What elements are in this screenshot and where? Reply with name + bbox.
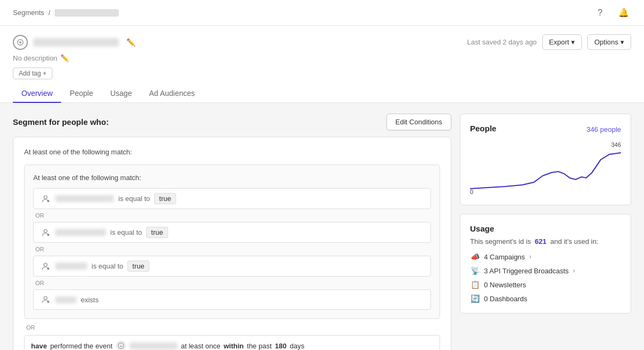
svg-point-2 (47, 200, 49, 202)
svg-point-4 (47, 234, 49, 236)
people-card: People 346 people 346 0 (460, 114, 631, 205)
tab-overview[interactable]: Overview (13, 85, 61, 103)
segment-name (33, 38, 119, 47)
breadcrumb-segments[interactable]: Segments (13, 9, 44, 17)
chart-area: 346 0 (470, 142, 621, 195)
svg-point-1 (44, 196, 47, 199)
people-card-title: People (470, 124, 496, 133)
help-icon[interactable]: ? (593, 5, 608, 20)
right-panel: People 346 people 346 0 Usage This segme… (460, 114, 631, 350)
svg-point-8 (47, 301, 49, 303)
usage-item-dashboards: 🔄 0 Dashboards (470, 294, 621, 303)
outer-or-label: OR (24, 324, 440, 331)
segment-for-title: Segment for people who: (13, 117, 109, 126)
people-count-link[interactable]: 346 people (587, 125, 621, 133)
tab-usage[interactable]: Usage (102, 85, 140, 103)
broadcasts-label: 3 API Triggered Broadcasts (484, 267, 569, 275)
inner-match-text: At least one of the following match: (33, 174, 431, 182)
broadcast-icon: 📡 (470, 266, 480, 275)
svg-point-7 (44, 296, 47, 300)
event-name-bar (130, 342, 178, 349)
main-content: Segment for people who: Edit Conditions … (0, 103, 644, 350)
broadcasts-chevron-icon: › (573, 267, 575, 274)
export-chevron-icon: ▾ (571, 38, 575, 46)
header-right: Last saved 2 days ago Export ▾ Options ▾ (467, 34, 631, 50)
event-days-label: days (290, 342, 304, 350)
tab-ad-audiences[interactable]: Ad Audiences (140, 85, 203, 103)
value-badge-1: true (154, 193, 176, 204)
description-row: No description ✏️ (13, 54, 631, 62)
add-tag-button[interactable]: Add tag + (13, 68, 52, 79)
usage-item-broadcasts[interactable]: 📡 3 API Triggered Broadcasts › (470, 266, 621, 275)
outer-match-text: At least one of the following match: (24, 148, 440, 156)
attr-icon-3 (40, 261, 51, 272)
tab-bar: Overview People Usage Ad Audiences (13, 85, 631, 102)
dashboards-label: 0 Dashboards (484, 295, 527, 303)
top-bar-icons: ? 🔔 (593, 5, 631, 20)
notification-icon[interactable]: 🔔 (616, 5, 631, 20)
event-have-text: have (31, 342, 47, 350)
event-row: have performed the event at least once w… (24, 335, 440, 350)
attr-icon-1 (40, 193, 51, 204)
last-saved-text: Last saved 2 days ago (467, 38, 537, 46)
operator-text-1: is equal to (118, 195, 150, 203)
usage-list: 📣 4 Campaigns › 📡 3 API Triggered Broadc… (470, 252, 621, 303)
svg-point-5 (44, 263, 47, 266)
edit-name-icon[interactable]: ✏️ (126, 38, 135, 47)
condition-row: is equal to true (33, 256, 431, 277)
left-panel: Segment for people who: Edit Conditions … (13, 114, 451, 350)
exists-text: exists (81, 296, 99, 304)
event-days-count: 180 (275, 342, 287, 350)
condition-row: is equal to true (33, 188, 431, 209)
people-chart (470, 150, 621, 193)
breadcrumb-separator: / (49, 9, 51, 17)
header-top-row: ✏️ Last saved 2 days ago Export ▾ Option… (13, 34, 631, 50)
value-badge-2: true (146, 227, 168, 238)
operator-text-2: is equal to (110, 228, 142, 236)
operator-text-3: is equal to (92, 262, 123, 270)
usage-item-campaigns[interactable]: 📣 4 Campaigns › (470, 252, 621, 262)
newsletter-icon: 📋 (470, 280, 480, 289)
campaigns-chevron-icon: › (529, 253, 532, 260)
svg-point-6 (47, 267, 49, 270)
inner-conditions-box: At least one of the following match: is … (24, 165, 440, 319)
page-header: ✏️ Last saved 2 days ago Export ▾ Option… (0, 26, 644, 103)
condition-row: exists (33, 289, 431, 310)
conditions-box: At least one of the following match: At … (13, 137, 451, 350)
event-within-text: within (224, 342, 244, 350)
export-button[interactable]: Export ▾ (542, 34, 582, 50)
usage-item-newsletters: 📋 0 Newsletters (470, 280, 621, 289)
options-chevron-icon: ▾ (620, 38, 624, 46)
dashboard-icon: 🔄 (470, 294, 480, 303)
breadcrumb: Segments / (13, 9, 119, 17)
usage-card: Usage This segment's id is 621 and it's … (460, 214, 631, 314)
options-button[interactable]: Options ▾ (587, 34, 631, 50)
tab-people[interactable]: People (61, 85, 102, 103)
event-performed-text: performed the event (50, 342, 112, 350)
description-text: No description (13, 54, 57, 62)
attr-bar-3 (55, 263, 87, 270)
segment-icon (13, 35, 28, 50)
or-label-2: OR (33, 246, 431, 252)
svg-point-3 (44, 229, 47, 233)
or-label-3: OR (33, 280, 431, 286)
attr-icon-2 (40, 227, 51, 238)
edit-conditions-button[interactable]: Edit Conditions (387, 114, 451, 130)
attr-bar-2 (55, 229, 106, 236)
event-the-past: the past (247, 342, 271, 350)
header-left: ✏️ (13, 35, 135, 50)
edit-description-icon[interactable]: ✏️ (60, 54, 69, 62)
attr-icon-4 (40, 294, 51, 305)
or-label-1: OR (33, 212, 431, 219)
top-bar: Segments / ? 🔔 (0, 0, 644, 26)
megaphone-icon: 📣 (470, 252, 480, 262)
svg-point-9 (118, 343, 124, 349)
segment-header: Segment for people who: Edit Conditions (13, 114, 451, 130)
campaigns-label: 4 Campaigns (484, 253, 525, 261)
breadcrumb-current (55, 9, 119, 17)
value-badge-3: true (127, 260, 149, 272)
usage-id: 621 (535, 237, 547, 245)
event-icon (116, 340, 126, 350)
usage-desc: This segment's id is 621 and it's used i… (470, 237, 621, 245)
chart-label-min: 0 (470, 189, 473, 195)
